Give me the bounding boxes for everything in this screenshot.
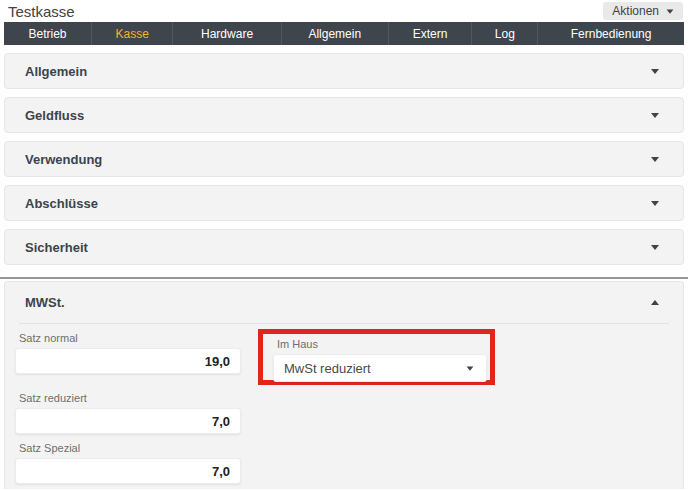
tab-label: Allgemein xyxy=(308,27,361,41)
chevron-down-icon xyxy=(467,366,474,370)
tab-extern[interactable]: Extern xyxy=(388,22,472,45)
accordion-title: Abschlüsse xyxy=(25,196,98,211)
tab-fernbedienung[interactable]: Fernbedienung xyxy=(537,22,684,45)
actions-button-label: Aktionen xyxy=(612,4,659,18)
chevron-down-icon xyxy=(651,69,659,74)
actions-button[interactable]: Aktionen xyxy=(603,2,683,20)
tab-label: Kasse xyxy=(116,27,149,41)
tab-betrieb[interactable]: Betrieb xyxy=(4,22,91,45)
satz-spezial-input[interactable] xyxy=(15,458,241,484)
dropdown-selected-value: MwSt reduziert xyxy=(284,361,371,376)
red-highlight-annotation: Im Haus MwSt reduziert xyxy=(258,329,495,385)
title-bar: Testkasse Aktionen xyxy=(0,0,688,22)
field-label: Satz reduziert xyxy=(15,392,241,404)
tab-bar: Betrieb Kasse Hardware Allgemein Extern … xyxy=(4,22,684,45)
im-haus-dropdown[interactable]: MwSt reduziert xyxy=(273,354,487,382)
accordion-geldfluss[interactable]: Geldfluss xyxy=(4,97,684,133)
field-label: Satz Spezial xyxy=(15,442,241,454)
chevron-down-icon xyxy=(651,113,659,118)
chevron-down-icon xyxy=(667,9,674,13)
tab-allgemein[interactable]: Allgemein xyxy=(281,22,388,45)
tab-log[interactable]: Log xyxy=(471,22,537,45)
field-label: Satz normal xyxy=(15,332,241,344)
header-divider xyxy=(19,323,669,324)
accordion-sicherheit[interactable]: Sicherheit xyxy=(4,229,684,265)
page-title: Testkasse xyxy=(8,3,75,20)
accordion-title: Geldfluss xyxy=(25,108,84,123)
field-label: Im Haus xyxy=(273,338,490,350)
satz-reduziert-input[interactable] xyxy=(15,408,241,434)
tab-hardware[interactable]: Hardware xyxy=(172,22,280,45)
accordion-title: Sicherheit xyxy=(25,240,88,255)
field-satz-normal: Satz normal xyxy=(15,332,241,374)
section-divider xyxy=(0,277,688,279)
tab-label: Betrieb xyxy=(29,27,67,41)
field-satz-reduziert: Satz reduziert xyxy=(15,392,241,434)
tab-label: Log xyxy=(495,27,515,41)
chevron-down-icon xyxy=(651,157,659,162)
accordion-mwst-header[interactable]: MWSt. xyxy=(5,282,683,323)
accordion-mwst-expanded: MWSt. Satz normal Satz reduziert Satz Sp… xyxy=(4,281,684,489)
accordion-title: Allgemein xyxy=(25,64,87,79)
tab-kasse[interactable]: Kasse xyxy=(91,22,172,45)
chevron-down-icon xyxy=(651,245,659,250)
accordion-verwendung[interactable]: Verwendung xyxy=(4,141,684,177)
accordion-allgemein[interactable]: Allgemein xyxy=(4,53,684,89)
field-satz-spezial: Satz Spezial xyxy=(15,442,241,484)
settings-sections: Allgemein Geldfluss Verwendung Abschlüss… xyxy=(4,53,684,489)
accordion-title: MWSt. xyxy=(25,295,65,310)
chevron-down-icon xyxy=(651,201,659,206)
tab-label: Fernbedienung xyxy=(571,27,652,41)
accordion-title: Verwendung xyxy=(25,152,102,167)
tab-label: Extern xyxy=(413,27,448,41)
chevron-up-icon xyxy=(651,300,659,305)
tab-label: Hardware xyxy=(201,27,253,41)
accordion-abschluesse[interactable]: Abschlüsse xyxy=(4,185,684,221)
satz-normal-input[interactable] xyxy=(15,348,241,374)
